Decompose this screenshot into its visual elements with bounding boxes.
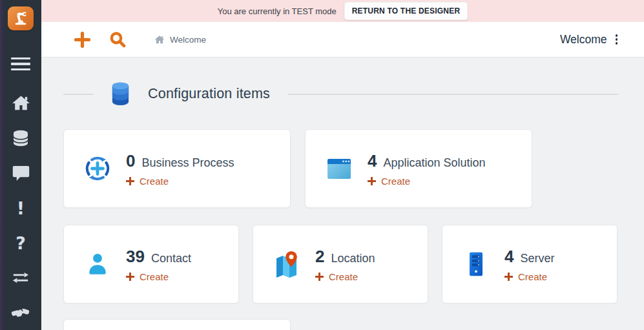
sidebar-item-help[interactable]: ? (0, 225, 41, 260)
section-divider-left (63, 94, 93, 95)
main-content: Configuration items (41, 57, 644, 330)
sidebar-item-data[interactable] (0, 121, 41, 156)
sidebar-nav: ! ? (0, 86, 41, 330)
transfer-arrows-icon (12, 271, 30, 285)
business-process-icon (83, 154, 112, 183)
application-window-icon (325, 154, 353, 183)
help-icon: ? (16, 234, 26, 252)
card-body: 4 Application Solution Create (368, 151, 486, 187)
test-mode-banner: You are currently in TEST mode RETURN TO… (41, 0, 644, 22)
card-body: 39 Contact Create (126, 247, 191, 282)
card-row-1: 0 Business Process Create (63, 129, 618, 208)
sidebar-item-transfer[interactable] (0, 260, 41, 295)
search-button[interactable] (109, 31, 126, 48)
database-icon (12, 130, 30, 147)
create-server-link[interactable]: Create (504, 271, 554, 282)
person-icon (83, 250, 112, 278)
card-partial (63, 319, 291, 330)
section-divider-right (288, 94, 618, 95)
breadcrumb[interactable]: Welcome (154, 35, 206, 45)
card-count: 4 (368, 151, 377, 171)
create-label: Create (381, 176, 410, 187)
card-link-contact[interactable]: 39 Contact (126, 247, 191, 267)
page-title: Welcome (560, 33, 607, 46)
create-label: Create (518, 271, 547, 282)
plus-icon (504, 273, 513, 281)
card-contact: 39 Contact Create (63, 225, 239, 304)
card-link-location[interactable]: 2 Location (315, 247, 375, 267)
card-link-server[interactable]: 4 Server (504, 247, 554, 267)
card-label: Application Solution (383, 156, 485, 170)
card-count: 39 (126, 247, 145, 267)
designer-robot-logo[interactable] (8, 6, 34, 30)
card-link-business-process[interactable]: 0 Business Process (126, 151, 234, 171)
new-object-button[interactable] (74, 31, 91, 48)
breadcrumb-label: Welcome (170, 35, 206, 45)
server-icon (462, 250, 490, 278)
card-count: 4 (504, 247, 514, 267)
sidebar: ! ? (0, 0, 41, 330)
card-count: 0 (126, 151, 135, 171)
plus-icon (315, 273, 324, 281)
chat-icon (12, 165, 30, 181)
card-label: Business Process (141, 156, 234, 170)
return-to-designer-button[interactable]: RETURN TO THE DESIGNER (344, 2, 468, 20)
plus-icon (368, 177, 376, 185)
section-title: Configuration items (148, 86, 270, 102)
card-label: Server (520, 252, 554, 265)
card-body: 2 Location Create (315, 247, 375, 282)
kebab-menu-icon[interactable] (614, 32, 620, 46)
create-contact-link[interactable]: Create (126, 271, 191, 282)
alert-icon: ! (17, 200, 25, 217)
create-label: Create (140, 271, 169, 282)
sidebar-item-chat[interactable] (0, 156, 41, 191)
database-icon (110, 82, 130, 106)
card-business-process: 0 Business Process Create (63, 129, 291, 208)
topbar-right: Welcome (560, 32, 619, 46)
card-row-2: 39 Contact Create (63, 225, 618, 304)
sidebar-item-alerts[interactable]: ! (0, 191, 41, 225)
sidebar-item-home[interactable] (0, 86, 41, 121)
create-location-link[interactable]: Create (315, 271, 375, 282)
create-application-solution-link[interactable]: Create (368, 176, 486, 187)
content-column: You are currently in TEST mode RETURN TO… (41, 0, 644, 330)
create-business-process-link[interactable]: Create (126, 176, 234, 187)
card-server: 4 Server Create (442, 225, 618, 304)
create-label: Create (329, 271, 358, 282)
plus-icon (126, 177, 134, 185)
card-label: Contact (151, 252, 191, 265)
plus-icon (74, 31, 91, 48)
home-icon (154, 35, 165, 45)
section-header: Configuration items (63, 82, 618, 106)
card-body: 0 Business Process Create (126, 151, 234, 187)
card-label: Location (331, 252, 375, 265)
search-icon (109, 31, 126, 48)
banner-message: You are currently in TEST mode (218, 6, 337, 16)
plus-icon (126, 273, 134, 281)
card-location: 2 Location Create (253, 225, 428, 304)
map-pin-icon (273, 250, 301, 278)
create-label: Create (140, 176, 169, 187)
home-icon (12, 95, 30, 112)
topbar: Welcome Welcome (41, 22, 644, 57)
card-count: 2 (315, 247, 324, 267)
card-link-application-solution[interactable]: 4 Application Solution (368, 151, 486, 171)
card-application-solution: 4 Application Solution Create (305, 129, 532, 208)
app-root: ! ? (0, 0, 644, 330)
sidebar-item-collaboration[interactable] (0, 295, 41, 330)
card-body: 4 Server Create (504, 247, 554, 282)
robot-arm-icon (11, 8, 30, 28)
hamburger-menu-icon[interactable] (11, 57, 30, 70)
handshake-icon (11, 305, 30, 320)
